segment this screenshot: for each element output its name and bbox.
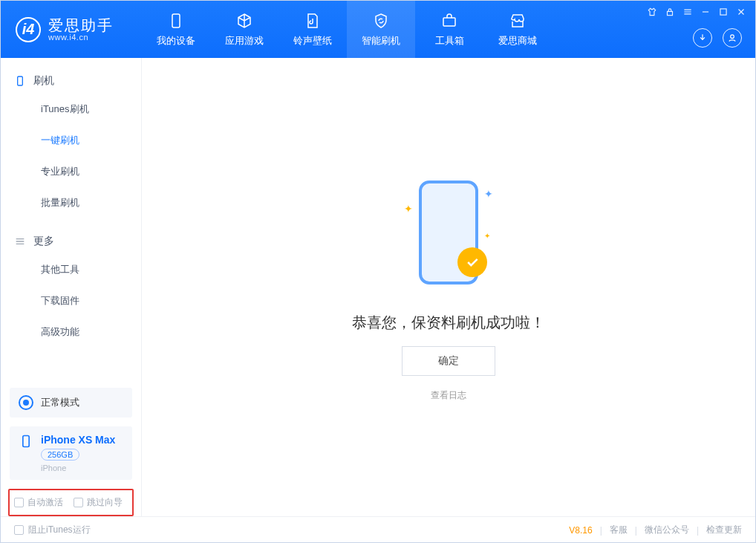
sidebar-item-advanced[interactable]: 高级功能: [1, 316, 141, 348]
svg-rect-1: [443, 18, 455, 26]
footer-label: 阻止iTunes运行: [28, 524, 91, 536]
section-title: 刷机: [33, 74, 54, 88]
app-title: 爱思助手: [48, 18, 114, 33]
options-highlighted-row: 自动激活 跳过向导: [8, 489, 134, 516]
device-storage: 256GB: [41, 449, 79, 461]
tab-toolbox[interactable]: 工具箱: [415, 1, 483, 58]
toolbox-icon: [440, 12, 458, 30]
download-icon: [697, 33, 708, 43]
footer-update-link[interactable]: 检查更新: [706, 524, 742, 536]
close-icon[interactable]: [736, 7, 746, 17]
sidebar-item-itunes-flash[interactable]: iTunes刷机: [1, 94, 141, 125]
cube-icon: [235, 12, 253, 30]
sidebar-item-other-tools[interactable]: 其他工具: [1, 254, 141, 285]
svg-rect-5: [18, 77, 23, 85]
logo-area: i4 爱思助手 www.i4.cn: [1, 17, 142, 42]
sidebar-section-flash: 刷机 iTunes刷机 一键刷机 专业刷机 批量刷机: [1, 58, 141, 218]
svg-rect-0: [172, 14, 180, 27]
device-box[interactable]: iPhone XS Max 256GB iPhone: [10, 426, 132, 480]
download-button[interactable]: [693, 28, 712, 48]
ok-button[interactable]: 确定: [402, 346, 495, 376]
footer-support-link[interactable]: 客服: [610, 524, 628, 536]
check-badge-icon: [457, 247, 487, 277]
device-name: iPhone XS Max: [41, 434, 115, 446]
tab-flash[interactable]: 智能刷机: [347, 1, 415, 58]
tab-label: 工具箱: [435, 34, 464, 48]
checkbox-icon: [14, 525, 24, 535]
shirt-icon[interactable]: [647, 7, 657, 17]
sidebar-section-more: 更多 其他工具 下载固件 高级功能: [1, 218, 141, 348]
minimize-icon[interactable]: [700, 7, 711, 17]
checkbox-label: 自动激活: [27, 496, 63, 509]
list-icon: [14, 235, 26, 247]
app-header: i4 爱思助手 www.i4.cn 我的设备 应用游戏 铃声壁纸 智能刷机 工具…: [1, 1, 755, 58]
user-icon: [727, 33, 737, 43]
app-subtitle: www.i4.cn: [48, 33, 114, 42]
footer: 阻止iTunes运行 V8.16 | 客服 | 微信公众号 | 检查更新: [1, 516, 755, 543]
sidebar-item-oneclick-flash[interactable]: 一键刷机: [1, 125, 141, 156]
header-actions: [693, 28, 742, 48]
tab-label: 智能刷机: [362, 34, 400, 48]
svg-rect-3: [720, 9, 726, 15]
phone-outline-icon: [19, 434, 33, 449]
tab-label: 爱思商城: [498, 34, 537, 48]
success-illustration: ✦ ✦ ✦: [404, 173, 493, 299]
window-controls: [647, 7, 746, 17]
svg-rect-2: [668, 11, 673, 15]
main-content: ✦ ✦ ✦ 恭喜您，保资料刷机成功啦！ 确定 查看日志: [142, 58, 755, 516]
footer-block-itunes[interactable]: 阻止iTunes运行: [14, 524, 91, 536]
tab-my-device[interactable]: 我的设备: [142, 1, 210, 58]
checkbox-skip-guide[interactable]: 跳过向导: [74, 496, 123, 509]
maximize-icon[interactable]: [718, 7, 729, 17]
mode-label: 正常模式: [41, 396, 79, 409]
tab-apps[interactable]: 应用游戏: [210, 1, 278, 58]
footer-wechat-link[interactable]: 微信公众号: [645, 524, 689, 536]
svg-point-4: [731, 35, 734, 39]
checkbox-auto-activate[interactable]: 自动激活: [14, 496, 63, 509]
phone-icon: [167, 12, 185, 30]
tab-store[interactable]: 爱思商城: [483, 1, 552, 58]
view-log-link[interactable]: 查看日志: [431, 389, 466, 402]
lock-icon[interactable]: [665, 7, 675, 17]
body: 刷机 iTunes刷机 一键刷机 专业刷机 批量刷机 更多 其他工具 下载固件 …: [1, 58, 755, 516]
logo-icon: i4: [16, 17, 41, 42]
sidebar-header-flash: 刷机: [1, 68, 141, 94]
shield-sync-icon: [372, 12, 390, 30]
device-type: iPhone: [41, 464, 115, 472]
section-title: 更多: [33, 235, 54, 248]
tab-label: 我的设备: [157, 34, 195, 48]
checkbox-icon: [14, 498, 24, 507]
checkbox-label: 跳过向导: [87, 496, 123, 509]
device-icon: [14, 75, 26, 87]
menu-icon[interactable]: [682, 7, 693, 17]
sidebar-item-batch-flash[interactable]: 批量刷机: [1, 187, 141, 218]
store-icon: [509, 12, 527, 30]
tab-label: 应用游戏: [225, 34, 264, 48]
sidebar: 刷机 iTunes刷机 一键刷机 专业刷机 批量刷机 更多 其他工具 下载固件 …: [1, 58, 142, 516]
sidebar-item-download-firmware[interactable]: 下载固件: [1, 285, 141, 316]
sidebar-header-more: 更多: [1, 229, 141, 254]
svg-rect-6: [23, 436, 29, 447]
version-label: V8.16: [569, 525, 592, 536]
mode-box[interactable]: 正常模式: [10, 388, 132, 417]
music-file-icon: [304, 12, 322, 30]
success-message: 恭喜您，保资料刷机成功啦！: [352, 313, 545, 333]
tab-ringtones[interactable]: 铃声壁纸: [278, 1, 347, 58]
nav-tabs: 我的设备 应用游戏 铃声壁纸 智能刷机 工具箱 爱思商城: [142, 1, 552, 58]
mode-icon: [19, 395, 33, 410]
user-button[interactable]: [723, 28, 742, 48]
checkbox-icon: [74, 498, 83, 507]
sidebar-item-pro-flash[interactable]: 专业刷机: [1, 156, 141, 187]
tab-label: 铃声壁纸: [293, 34, 332, 48]
